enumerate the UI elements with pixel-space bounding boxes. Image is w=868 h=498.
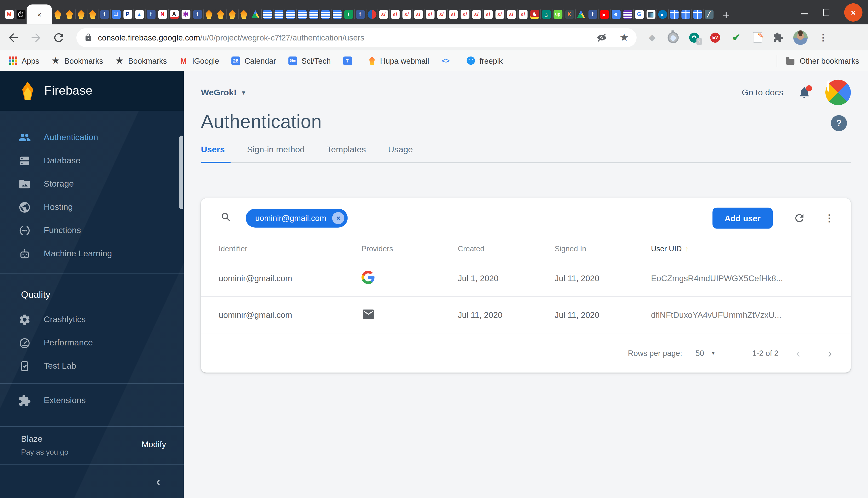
pinned-tab-slickdeals-6[interactable]: sl bbox=[436, 4, 447, 24]
phone-extension-icon[interactable]: ? bbox=[689, 32, 699, 42]
pinned-tab-paypal[interactable]: P bbox=[122, 4, 133, 24]
column-header-signed-in[interactable]: Signed In bbox=[555, 245, 651, 253]
pinned-tab-slickdeals-10[interactable]: sl bbox=[482, 4, 494, 24]
pinned-tab-slickdeals-12[interactable]: sl bbox=[505, 4, 517, 24]
pinned-tab-kayak[interactable]: K bbox=[564, 4, 575, 24]
pinned-tab-news[interactable]: A bbox=[168, 4, 180, 24]
sidebar-item-authentication[interactable]: Authentication bbox=[0, 126, 184, 149]
sidebar-item-database[interactable]: Database bbox=[0, 149, 184, 172]
previous-page-icon[interactable]: ‹ bbox=[796, 346, 800, 360]
forward-icon[interactable] bbox=[29, 31, 42, 44]
column-header-providers[interactable]: Providers bbox=[361, 245, 458, 253]
new-tab-button[interactable]: + bbox=[722, 9, 730, 22]
search-filter-chip[interactable]: uominir@gmail.com × bbox=[246, 209, 348, 227]
pinned-tab-youtube[interactable]: ▶ bbox=[598, 4, 610, 24]
pinned-tab-docs-list-4[interactable] bbox=[296, 4, 308, 24]
minimize-button[interactable] bbox=[801, 13, 808, 14]
bookmark-calendar[interactable]: 28Calendar bbox=[232, 56, 276, 65]
pinned-tab-docs-list-3[interactable] bbox=[285, 4, 296, 24]
bookmark-code[interactable]: <> bbox=[442, 56, 455, 65]
pinned-tab-netflix[interactable]: N bbox=[157, 4, 168, 24]
eye-off-icon[interactable] bbox=[596, 32, 607, 43]
go-to-docs-link[interactable]: Go to docs bbox=[742, 88, 783, 97]
sidebar-item-hosting[interactable]: Hosting bbox=[0, 195, 184, 219]
tab-sign-in-method[interactable]: Sign-in method bbox=[247, 144, 305, 162]
pinned-tab-finance-chart[interactable]: ╱ bbox=[703, 4, 715, 24]
sidebar-item-storage[interactable]: Storage bbox=[0, 172, 184, 195]
sidebar-item-machine-learning[interactable]: Machine Learning bbox=[0, 242, 184, 265]
checkmark-extension-icon[interactable]: ✔ bbox=[731, 32, 742, 43]
other-bookmarks[interactable]: Other bookmarks bbox=[776, 55, 859, 67]
refresh-icon[interactable] bbox=[793, 211, 806, 225]
pinned-tab-docs-list-5[interactable] bbox=[308, 4, 319, 24]
firebase-brand[interactable]: Firebase bbox=[0, 71, 184, 112]
pinned-tab-drive-1[interactable] bbox=[250, 4, 261, 24]
pinned-tab-purple-list[interactable] bbox=[622, 4, 633, 24]
pinned-tab-slickdeals-7[interactable]: sl bbox=[447, 4, 459, 24]
project-switcher[interactable]: WeGrok! ▾ bbox=[201, 88, 245, 97]
tab-users[interactable]: Users bbox=[201, 144, 225, 162]
bookmark-apps[interactable]: Apps bbox=[9, 56, 39, 65]
pinned-tab-docs-list-1[interactable] bbox=[261, 4, 273, 24]
address-bar[interactable]: console.firebase.google.com/u/0/project/… bbox=[76, 28, 636, 47]
pinned-tab-circle-logo[interactable] bbox=[366, 4, 378, 24]
sidebar-item-extensions[interactable]: Extensions bbox=[0, 389, 184, 412]
pinned-tab-facebook-5[interactable]: f bbox=[587, 4, 599, 24]
restore-button[interactable] bbox=[823, 9, 829, 16]
pinned-tab-firebase-4[interactable] bbox=[87, 4, 99, 24]
pinned-tab-video-play[interactable]: ▶ bbox=[657, 4, 668, 24]
help-button[interactable]: ? bbox=[831, 115, 847, 131]
account-avatar[interactable] bbox=[825, 80, 851, 105]
pinned-tab-docs-list-6[interactable] bbox=[319, 4, 331, 24]
pinned-tab-firebase-1[interactable] bbox=[52, 4, 64, 24]
sidebar-item-performance[interactable]: Performance bbox=[0, 331, 184, 354]
pinned-tab-facebook-4[interactable]: f bbox=[354, 4, 366, 24]
clear-filter-icon[interactable]: × bbox=[332, 212, 345, 224]
gem-extension-icon[interactable]: ◆ bbox=[647, 32, 658, 43]
bookmark-bookmarks-1[interactable]: ★Bookmarks bbox=[52, 55, 103, 67]
tab-templates[interactable]: Templates bbox=[327, 144, 366, 162]
pinned-tab-facebook-2[interactable]: f bbox=[145, 4, 157, 24]
pinned-tab-slickdeals-5[interactable]: sl bbox=[424, 4, 436, 24]
pinned-tab-irs[interactable]: ▥ bbox=[645, 4, 657, 24]
tab-usage[interactable]: Usage bbox=[388, 144, 413, 162]
pinned-tab-sites-table-3[interactable] bbox=[692, 4, 703, 24]
reload-icon[interactable] bbox=[52, 31, 65, 44]
pinned-tab-crest[interactable]: ♞ bbox=[529, 4, 540, 24]
pinned-tab-firebase-8[interactable] bbox=[238, 4, 250, 24]
pinned-tab-firebase-2[interactable] bbox=[64, 4, 76, 24]
sidebar-scrollbar[interactable] bbox=[180, 135, 183, 209]
pinned-tab-sites-table-2[interactable] bbox=[680, 4, 692, 24]
pinned-tab-firebase-7[interactable] bbox=[226, 4, 238, 24]
pinned-tab-google-search[interactable]: G bbox=[633, 4, 645, 24]
bookmark-freepik[interactable]: freepik bbox=[467, 56, 503, 65]
sidebar-item-crashlytics[interactable]: Crashlytics bbox=[0, 308, 184, 331]
pinned-tab-slickdeals-13[interactable]: sl bbox=[517, 4, 529, 24]
pinned-tab-peacock[interactable]: ✻ bbox=[180, 4, 192, 24]
pinned-tab-slickdeals-2[interactable]: sl bbox=[389, 4, 401, 24]
column-header-created[interactable]: Created bbox=[458, 245, 554, 253]
pinned-tab-slickdeals-11[interactable]: sl bbox=[494, 4, 505, 24]
active-tab-firebase-active[interactable]: × bbox=[27, 4, 52, 24]
expressvpn-extension-icon[interactable]: EV bbox=[710, 32, 720, 42]
pinned-tab-upwork[interactable]: up bbox=[552, 4, 564, 24]
add-user-button[interactable]: Add user bbox=[712, 208, 773, 229]
pinned-tab-slickdeals-9[interactable]: sl bbox=[471, 4, 482, 24]
pinned-tab-firebase-5[interactable] bbox=[203, 4, 215, 24]
pinned-tab-firebase-3[interactable] bbox=[75, 4, 87, 24]
pinned-tab-slickdeals-3[interactable]: sl bbox=[401, 4, 412, 24]
bookmark-calendar-7[interactable]: 7 bbox=[343, 56, 356, 65]
pinned-tab-teal-home[interactable]: ⌂ bbox=[540, 4, 552, 24]
pinned-tab-docs-list-7[interactable] bbox=[331, 4, 343, 24]
bookmark-star-icon[interactable]: ★ bbox=[619, 31, 629, 43]
pinned-tab-facebook-3[interactable]: f bbox=[192, 4, 203, 24]
table-menu-icon[interactable]: ⋮ bbox=[823, 211, 836, 225]
pinned-tab-power[interactable] bbox=[15, 4, 27, 24]
pinned-tab-slickdeals-8[interactable]: sl bbox=[459, 4, 471, 24]
pinned-tab-slickdeals-1[interactable]: sl bbox=[378, 4, 389, 24]
modify-plan-button[interactable]: Modify bbox=[142, 439, 166, 449]
collapse-sidebar-icon[interactable]: ‹ bbox=[156, 475, 160, 488]
back-icon[interactable] bbox=[7, 31, 20, 44]
extensions-puzzle-icon[interactable] bbox=[773, 32, 783, 43]
table-row[interactable]: uominir@gmail.com Jul 1, 2020 Jul 11, 20… bbox=[201, 260, 851, 296]
